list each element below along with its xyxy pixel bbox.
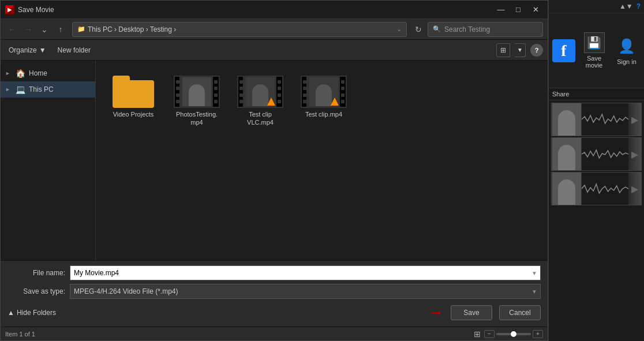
- thumb-content-tc: [306, 77, 341, 107]
- search-box[interactable]: 🔍 Search Testing: [428, 22, 543, 37]
- status-icons: ⊞ − +: [474, 329, 543, 339]
- title-bar-buttons: — □ ✕: [493, 4, 543, 16]
- help-button[interactable]: ?: [530, 44, 543, 57]
- save-as-type-row: Save as type: MPEG-4/H.264 Video File (*…: [8, 284, 541, 299]
- search-icon: 🔍: [433, 25, 441, 33]
- right-panel: ▲ ▼ ? f 💾 Save movie 👤 Sign in Share: [548, 0, 644, 341]
- hide-folders-label: Hide Folders: [17, 309, 56, 317]
- home-icon: 🏠: [16, 69, 25, 78]
- sign-in-button[interactable]: 👤 Sign in: [613, 32, 641, 69]
- title-bar: ▶ Save Movie — □ ✕: [1, 1, 548, 19]
- zoom-slider[interactable]: [496, 333, 531, 335]
- timeline-clip-2[interactable]: ▶: [551, 137, 642, 171]
- file-item-test-clip-vlc[interactable]: Test clip VLC.mp4: [234, 72, 286, 130]
- zoom-control: − +: [484, 330, 543, 338]
- expand-icon-pc: ►: [5, 87, 12, 92]
- file-item-photos-testing[interactable]: PhotosTesting.mp4: [171, 72, 223, 130]
- recent-locations-button[interactable]: ⌄: [38, 23, 51, 36]
- clip-thumb-2: [552, 137, 582, 171]
- save-movie-button[interactable]: 💾 Save movie: [575, 29, 613, 72]
- timeline-clip-1[interactable]: ▶: [551, 103, 642, 136]
- status-icon-button-1[interactable]: ⊞: [474, 329, 481, 339]
- dialog-title: Save Movie: [18, 6, 493, 14]
- address-text: This PC › Desktop › Testing ›: [88, 25, 396, 33]
- hide-folders-button[interactable]: ▲ Hide Folders: [8, 309, 56, 317]
- sidebar-this-pc-label: This PC: [29, 85, 54, 93]
- up-button[interactable]: ↑: [54, 23, 68, 36]
- file-name-input[interactable]: [70, 265, 541, 280]
- clip-thumb-3: [552, 172, 582, 205]
- save-movie-dialog: ▶ Save Movie — □ ✕ ← → ⌄ ↑ 📁 This PC › D…: [0, 0, 548, 341]
- timeline-clip-3[interactable]: ▶: [551, 172, 642, 205]
- sign-in-icon: 👤: [616, 36, 637, 57]
- video-thumb-photos-testing: [174, 76, 220, 108]
- hide-folders-chevron-icon: ▲: [8, 309, 14, 317]
- app-icon: ▶: [5, 5, 14, 14]
- file-item-test-clip[interactable]: Test clip.mp4: [298, 72, 350, 130]
- file-label-test-clip: Test clip.mp4: [305, 110, 342, 118]
- forward-button[interactable]: →: [21, 23, 35, 36]
- content-area: ► 🏠 Home ► 💻 This PC Video Projects: [1, 61, 548, 260]
- organize-button[interactable]: Organize ▼: [5, 44, 50, 57]
- save-as-type-wrap: MPEG-4/H.264 Video File (*.mp4) ▼: [70, 284, 541, 299]
- refresh-button[interactable]: ↻: [411, 23, 425, 36]
- folder-icon-video-projects: [113, 76, 154, 108]
- address-chevron-icon[interactable]: ⌄: [396, 25, 402, 33]
- maximize-button[interactable]: □: [511, 4, 526, 16]
- status-text: Item 1 of 1: [5, 331, 474, 338]
- organize-label: Organize: [9, 46, 37, 54]
- cancel-button[interactable]: Cancel: [499, 305, 541, 320]
- zoom-thumb: [511, 331, 516, 337]
- red-arrow-icon: →: [428, 303, 444, 322]
- panel-forward-button[interactable]: ▼: [626, 2, 633, 10]
- clip-thumb-1: [552, 103, 582, 136]
- save-movie-icon: 💾: [584, 32, 605, 53]
- status-bar: Item 1 of 1 ⊞ − +: [1, 327, 548, 340]
- panel-back-button[interactable]: ▲: [619, 2, 626, 10]
- timeline-clips: ▶ ▶: [549, 100, 644, 341]
- video-thumb-test-clip: [301, 76, 347, 108]
- sidebar-item-home[interactable]: ► 🏠 Home: [1, 65, 95, 81]
- view-chevron-button[interactable]: ▼: [515, 43, 526, 57]
- sign-in-label: Sign in: [617, 58, 636, 65]
- facebook-icon: f: [552, 39, 575, 62]
- zoom-in-button[interactable]: +: [533, 330, 543, 338]
- view-button[interactable]: ⊞: [496, 43, 510, 57]
- save-movie-label: Save movie: [579, 55, 609, 69]
- bottom-area: File name: ▼ Save as type: MPEG-4/H.264 …: [1, 260, 548, 327]
- clip-waveform-3: [582, 173, 628, 205]
- folder-icon: 📁: [77, 25, 85, 33]
- computer-icon: 💻: [16, 85, 25, 94]
- sidebar-item-this-pc[interactable]: ► 💻 This PC: [1, 81, 95, 98]
- sidebar-home-label: Home: [29, 69, 47, 77]
- file-name-label: File name:: [8, 269, 65, 277]
- file-name-row: File name: ▼: [8, 265, 541, 280]
- save-as-type-select[interactable]: MPEG-4/H.264 Video File (*.mp4): [70, 284, 541, 299]
- file-toolbar: Organize ▼ New folder ⊞ ▼ ?: [1, 40, 548, 61]
- minimize-button[interactable]: —: [493, 4, 508, 16]
- file-name-input-wrap: ▼: [70, 265, 541, 280]
- film-strip-right-vlc: [276, 77, 282, 107]
- expand-icon: ►: [5, 70, 12, 76]
- address-bar[interactable]: 📁 This PC › Desktop › Testing › ⌄: [72, 22, 407, 37]
- clip-arrow-3: ▶: [628, 172, 641, 205]
- thumb-content-vlc: [243, 77, 278, 107]
- ribbon-area: f 💾 Save movie 👤 Sign in: [549, 13, 644, 88]
- clip-waveform-1: [582, 103, 628, 136]
- file-label-photos-testing: PhotosTesting.mp4: [174, 110, 219, 127]
- back-button[interactable]: ←: [5, 23, 19, 36]
- film-strip-right-tc: [340, 77, 346, 107]
- zoom-out-button[interactable]: −: [484, 330, 495, 338]
- new-folder-button[interactable]: New folder: [54, 44, 94, 57]
- share-label: Share: [549, 88, 644, 100]
- panel-help-button[interactable]: ?: [636, 2, 641, 10]
- clip-arrow-2: ▶: [628, 137, 641, 171]
- film-strip-right: [213, 77, 219, 107]
- close-button[interactable]: ✕: [528, 4, 543, 16]
- thumb-content: [179, 77, 214, 107]
- file-area: Video Projects Phot: [96, 61, 548, 260]
- clip-waveform-2: [582, 138, 628, 170]
- file-item-video-projects[interactable]: Video Projects: [107, 72, 159, 130]
- sidebar: ► 🏠 Home ► 💻 This PC: [1, 61, 96, 260]
- save-button[interactable]: Save: [451, 305, 492, 320]
